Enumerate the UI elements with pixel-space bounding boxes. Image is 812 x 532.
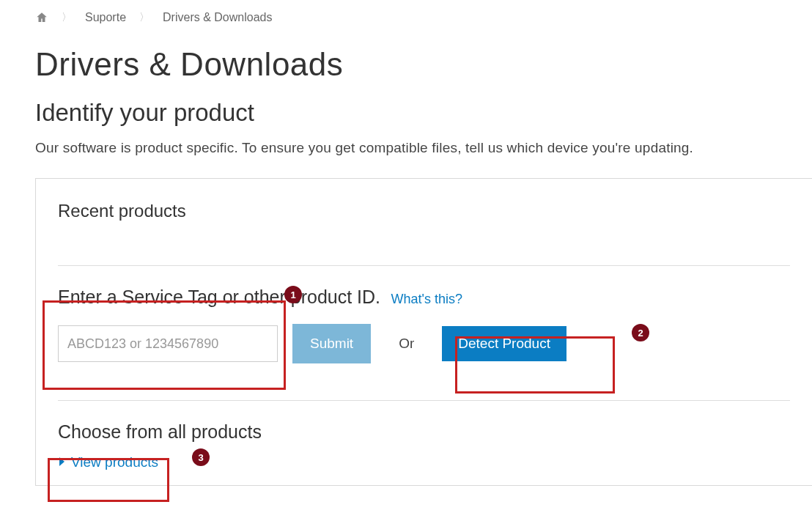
detect-product-button[interactable]: Detect Product xyxy=(442,326,566,361)
recent-products-title: Recent products xyxy=(58,201,790,221)
or-label: Or xyxy=(399,336,414,352)
submit-button[interactable]: Submit xyxy=(292,324,371,363)
whats-this-link[interactable]: What's this? xyxy=(391,292,462,306)
identify-panel: Recent products Enter a Service Tag or o… xyxy=(35,178,812,486)
divider xyxy=(58,400,790,401)
chevron-right-icon: 〉 xyxy=(62,11,72,24)
chevron-right-icon xyxy=(58,454,67,470)
page-title: Drivers & Downloads xyxy=(35,46,812,83)
chevron-right-icon: 〉 xyxy=(139,11,150,24)
breadcrumb-item-suporte[interactable]: Suporte xyxy=(85,11,126,24)
breadcrumb-item-drivers[interactable]: Drivers & Downloads xyxy=(163,11,272,24)
choose-all-title: Choose from all products xyxy=(58,421,790,443)
view-products-label: View products xyxy=(71,454,158,470)
breadcrumb: 〉 Suporte 〉 Drivers & Downloads xyxy=(35,11,812,24)
page-lead: Our software is product specific. To ens… xyxy=(35,140,812,156)
home-icon[interactable] xyxy=(35,11,48,24)
divider xyxy=(58,265,790,266)
page-subtitle: Identify your product xyxy=(35,99,812,127)
enter-tag-title: Enter a Service Tag or other product ID. xyxy=(58,287,380,307)
tag-input-row: Submit Or Detect Product xyxy=(58,324,790,363)
service-tag-input[interactable] xyxy=(58,325,278,362)
view-products-link[interactable]: View products xyxy=(58,454,158,470)
